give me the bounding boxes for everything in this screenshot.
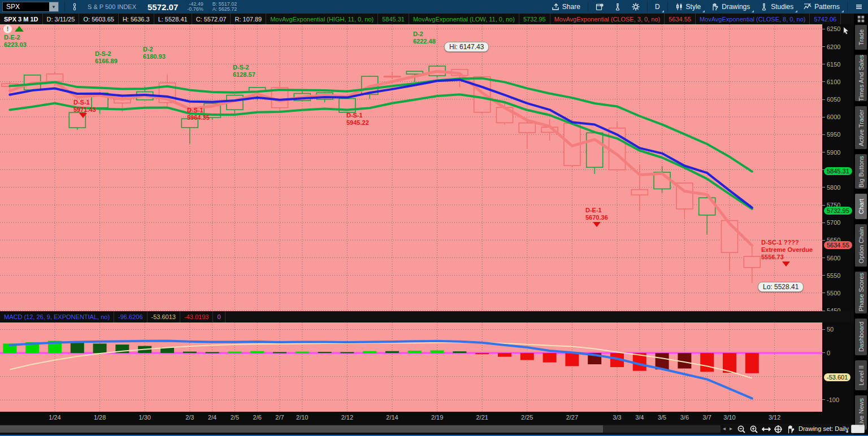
sidebar-tab-label: Times And Sales (858, 55, 865, 101)
sidebar-tab-label: Level II (858, 365, 865, 385)
main-chart-region: !D-E-2 6223.03D-S-2 6166.89D-2 6180.93D-… (0, 24, 854, 311)
symbol-value[interactable]: SPX (3, 3, 49, 11)
macd-chart[interactable] (0, 322, 822, 412)
price-axis-bubble: 5634.55 (824, 241, 852, 249)
study-label[interactable]: MovAvgExponential (HIGH, 11, 0, no) (266, 14, 378, 24)
price-tick: 5900 (822, 149, 840, 156)
macd-study-label[interactable]: MACD (12, 26, 9, EXPONENTIAL, no) (0, 311, 114, 322)
menu-button[interactable] (850, 0, 868, 14)
flask-icon (614, 3, 622, 11)
ohlc-cell: H: 5636.3 (119, 14, 154, 24)
macd-plot[interactable] (0, 322, 822, 412)
drawings-button[interactable]: Drawings (706, 0, 755, 14)
sidebar-tab-option-chain[interactable]: Option Chain (855, 224, 867, 266)
sidebar-tab-label: Trade (858, 29, 865, 45)
settings-button[interactable] (627, 0, 645, 14)
macd-study-value: -43.0193 (180, 311, 213, 322)
ohlc-cell: O: 5603.65 (79, 14, 118, 24)
sidebar-tab-level-ii[interactable]: Level II (855, 360, 867, 390)
sidebar-tab-phase-scores[interactable]: Phase Scores (855, 272, 867, 313)
gadget-grid-icon[interactable] (856, 15, 866, 23)
ohlc-cell: R: 107.89 (231, 14, 266, 24)
symbol-link-icon[interactable] (71, 3, 79, 11)
candlestick-chart[interactable] (0, 24, 822, 311)
right-sidebar: TradeTimes And SalesActive TraderBig But… (854, 14, 868, 435)
macd-axis[interactable]: 500-100-53.601 (822, 322, 854, 412)
macd-tick: -100 (822, 396, 839, 403)
price-axis-bubble: 5845.31 (824, 167, 852, 175)
ohlc-cell: D: 3/11/25 (43, 14, 80, 24)
company-name: S & P 500 INDEX (88, 3, 136, 10)
date-label: 3/12 (763, 414, 786, 421)
price-tick: 6050 (822, 96, 840, 103)
price-tick: 6100 (822, 79, 840, 85)
sidebar-tab-times-and-sales[interactable]: Times And Sales (855, 55, 867, 101)
scroll-left-arrow[interactable]: ◂ (723, 425, 726, 431)
price-tick: 5700 (822, 219, 840, 226)
main-chart-plot[interactable]: !D-E-2 6223.03D-S-2 6166.89D-2 6180.93D-… (0, 24, 822, 311)
drawing-set-selector[interactable]: Drawing set: Daily (798, 425, 849, 432)
ohlc-cell: L: 5528.41 (154, 14, 192, 24)
date-label: 2/21 (471, 414, 493, 421)
scroll-right-arrow[interactable]: ▸ (730, 425, 732, 431)
studies-button[interactable]: Studies (755, 0, 798, 14)
study-label[interactable]: MovAvgExponential (CLOSE, 3, 0, no) (550, 14, 665, 24)
date-label: 3/7 (696, 414, 718, 421)
sidebar-tab-label: Phase Scores (858, 273, 865, 311)
sidebar-tab-chart[interactable]: Chart (855, 194, 867, 219)
price-axis[interactable]: 6250620061506100605060005950590058505800… (822, 24, 854, 311)
thinkorswim-window: SPX ▼ S & P 500 INDEX 5572.07 -42.49 -0.… (0, 0, 868, 436)
sidebar-tab-trade[interactable]: Trade (855, 25, 867, 50)
scrollbar-track[interactable] (603, 425, 721, 433)
calendar-events-button[interactable]: ! (591, 0, 609, 14)
sidebar-tab-label: Dashboard (858, 321, 865, 352)
date-label: 3/5 (651, 414, 674, 421)
macd-region: 500-100-53.601 (0, 322, 854, 412)
study-value: 5732.95 (519, 14, 550, 24)
sidebar-tab-label: Active Trader (858, 110, 865, 146)
horizontal-expand-icon[interactable] (762, 425, 771, 434)
macd-study-value: -96.6206 (114, 311, 147, 322)
share-button[interactable]: Share (546, 0, 585, 14)
hamburger-menu-icon (855, 3, 863, 11)
crosshair-icon[interactable] (774, 425, 783, 434)
share-icon (552, 3, 559, 11)
bid-ask-stack: B: 5517.02 A: 5625.72 (212, 2, 237, 12)
timeframe-button[interactable]: D (650, 0, 665, 14)
patterns-button[interactable]: Patterns (798, 0, 845, 14)
date-label: 3/3 (606, 414, 628, 421)
ohlc-cell: C: 5572.07 (192, 14, 231, 24)
study-label[interactable]: MovAvgExponential (CLOSE, 8, 0, no) (696, 14, 810, 24)
symbol-input[interactable]: SPX ▼ (2, 2, 59, 12)
sidebar-tab-dashboard[interactable]: Dashboard (855, 319, 867, 355)
zoom-in-icon[interactable] (749, 425, 758, 434)
chart-title: SPX 3 M 1D (0, 14, 43, 24)
timeframe-value: D (655, 3, 660, 11)
patterns-icon (804, 3, 811, 11)
change-stack: -42.49 -0.76% (187, 2, 203, 12)
date-label: 2/25 (516, 414, 539, 421)
style-button[interactable]: Style (670, 0, 706, 14)
date-label: 3/6 (673, 414, 696, 421)
price-tick: 5950 (822, 131, 840, 138)
study-label[interactable]: MovAvgExponential (LOW, 11, 0, no) (409, 14, 519, 24)
ask-value: A: 5625.72 (212, 7, 237, 12)
price-tick: 6200 (822, 43, 840, 50)
cursor-style-icon[interactable] (843, 27, 849, 34)
date-label: 2/5 (223, 414, 246, 421)
macd-study-value: -53.6013 (147, 311, 180, 322)
date-label: 1/30 (133, 414, 156, 421)
zoom-out-icon[interactable] (737, 425, 746, 434)
pan-hand-icon[interactable] (786, 425, 795, 434)
sidebar-tab-active-trader[interactable]: Active Trader (855, 106, 867, 149)
date-label: 2/10 (291, 414, 314, 421)
date-axis[interactable]: 1/241/281/302/32/42/52/62/72/102/122/142… (0, 412, 854, 424)
sidebar-tab-big-buttons[interactable]: Big Buttons (855, 154, 867, 189)
price-tick: 6000 (822, 114, 840, 120)
last-price: 5572.07 (147, 2, 178, 12)
analyze-button[interactable] (609, 0, 627, 14)
divider (64, 2, 65, 12)
calendar-alert-icon: ! (596, 3, 604, 11)
symbol-dropdown-button[interactable]: ▼ (49, 2, 58, 11)
scrollbar-thumb[interactable] (0, 425, 603, 433)
